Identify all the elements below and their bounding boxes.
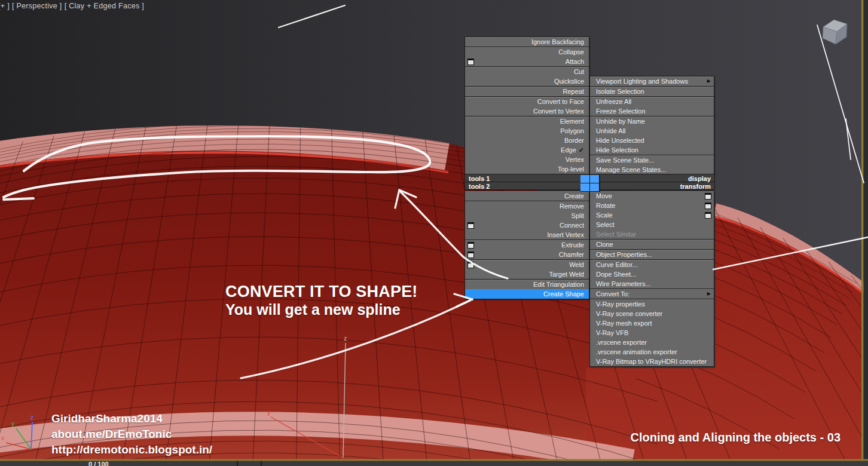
menu-item-label: Convert to Vertex <box>533 108 584 115</box>
settings-box-icon[interactable] <box>467 262 474 268</box>
menu-item-dope-sheet[interactable]: Dope Sheet... <box>590 269 714 279</box>
menu-item-edit-triangulation[interactable]: Edit Triangulation <box>465 280 589 289</box>
menu-item-label: Attach <box>566 58 584 65</box>
viewport-menu-pov[interactable]: [ Perspective ] <box>12 2 62 10</box>
menu-item-isolate-selection[interactable]: Isolate Selection <box>590 87 714 96</box>
menu-item-freeze-selection[interactable]: Freeze Selection <box>590 106 714 116</box>
menu-item-extrude[interactable]: Extrude <box>465 240 589 250</box>
menu-item-target-weld[interactable]: Target Weld <box>465 269 589 279</box>
menu-item-polygon[interactable]: Polygon <box>465 126 589 136</box>
settings-box-icon[interactable] <box>705 203 711 209</box>
menu-item-label: Move <box>596 192 612 200</box>
menu-item-repeat[interactable]: Repeat <box>465 87 589 96</box>
menu-item-label: Select <box>596 221 615 228</box>
settings-box-icon[interactable] <box>467 242 474 249</box>
menu-group: Object Properties... <box>589 249 714 260</box>
menu-item-create-shape[interactable]: Create Shape <box>465 289 589 299</box>
settings-box-icon[interactable] <box>467 59 474 65</box>
quad-column-tools-bottom: CreateRemoveSplitConnectInsert VertexExt… <box>464 191 589 299</box>
menu-item-object-properties[interactable]: Object Properties... <box>590 250 714 259</box>
menu-item-top-level[interactable]: Top-level <box>465 164 589 174</box>
quad-square[interactable] <box>580 175 589 183</box>
menu-item-vrscene-exporter[interactable]: .vrscene exporter <box>590 338 714 347</box>
menu-item-create[interactable]: Create <box>465 191 589 201</box>
quad-square[interactable] <box>580 183 589 191</box>
menu-item-v-ray-scene-converter[interactable]: V-Ray scene converter <box>590 309 714 318</box>
quad-header-transform[interactable]: transform <box>589 182 715 190</box>
menu-item-split[interactable]: Split <box>465 211 589 220</box>
time-slider-label[interactable]: 0 / 100 <box>88 461 109 466</box>
menu-item-element[interactable]: Element <box>465 116 589 126</box>
menu-item-vertex[interactable]: Vertex <box>465 155 589 164</box>
menu-item-select[interactable]: Select <box>590 220 714 229</box>
menu-item-label: Quickslice <box>554 78 584 85</box>
menu-item-hide-selection[interactable]: Hide Selection <box>590 145 714 155</box>
menu-item-label: Isolate Selection <box>596 88 644 95</box>
viewport-menu-general[interactable]: [+ ] <box>0 2 10 10</box>
menu-item-quickslice[interactable]: Quickslice <box>465 76 589 86</box>
menu-group: Viewport Lighting and Shadows▶ <box>589 76 714 87</box>
menu-item-move[interactable]: Move <box>590 191 714 201</box>
quad-square[interactable] <box>590 183 599 191</box>
menu-item-convert-to[interactable]: Convert To:▶ <box>590 289 714 299</box>
viewport-menu-shading[interactable]: [ Clay + Edged Faces ] <box>65 2 144 10</box>
callout-text: CONVERT IT TO SHAPE! You will get a new … <box>225 283 418 318</box>
menu-item-label: Rotate <box>596 202 615 209</box>
menu-item-v-ray-mesh-export[interactable]: V-Ray mesh export <box>590 318 714 328</box>
menu-item-connect[interactable]: Connect <box>465 220 589 230</box>
menu-item-remove[interactable]: Remove <box>465 201 589 211</box>
menu-item-unhide-by-name[interactable]: Unhide by Name <box>590 116 714 126</box>
menu-item-v-ray-bitmap-to-vrayhdri-converter[interactable]: V-Ray Bitmap to VRayHDRI converter <box>590 357 714 366</box>
credit-blog-url: http://dremotonic.blogspot.in/ <box>51 442 212 458</box>
menu-item-rotate[interactable]: Rotate <box>590 201 714 210</box>
menu-item-hide-unselected[interactable]: Hide Unselected <box>590 136 714 145</box>
menu-item-convert-to-face[interactable]: Convert to Face <box>465 97 589 106</box>
settings-box-icon[interactable] <box>467 222 474 229</box>
menu-item-select-similar[interactable]: Select Similar <box>590 229 714 239</box>
viewport-label[interactable]: [+ ][ Perspective ][ Clay + Edged Faces … <box>0 2 146 10</box>
menu-item-label: Element <box>560 118 584 125</box>
menu-item-vrscene-animation-exporter[interactable]: .vrscene animation exporter <box>590 347 714 357</box>
tutorial-title: Cloning and Aligning the objects - 03 <box>631 431 841 444</box>
axis-label-corner-x: x <box>1 435 4 442</box>
menu-item-label: Border <box>564 137 584 144</box>
menu-item-label: V-Ray mesh export <box>596 320 652 327</box>
menu-item-insert-vertex[interactable]: Insert Vertex <box>465 230 589 240</box>
menu-item-chamfer[interactable]: Chamfer <box>465 250 589 259</box>
menu-item-unfreeze-all[interactable]: Unfreeze All <box>590 97 714 106</box>
settings-box-icon[interactable] <box>467 252 474 258</box>
menu-item-border[interactable]: Border <box>465 136 589 145</box>
menu-item-weld[interactable]: Weld <box>465 260 589 269</box>
menu-item-label: Cut <box>574 68 584 75</box>
quad-header-display[interactable]: display <box>589 174 715 182</box>
quad-square[interactable] <box>590 175 599 183</box>
menu-item-v-ray-vfb[interactable]: V-Ray VFB <box>590 328 714 338</box>
menu-group: Save Scene State...Manage Scene States..… <box>589 155 714 175</box>
menu-item-attach[interactable]: Attach <box>465 57 589 66</box>
timeline-bar[interactable]: 0 / 100 <box>0 461 868 466</box>
menu-item-curve-editor[interactable]: Curve Editor... <box>590 260 714 269</box>
callout-line2: You will get a new spline <box>225 301 418 318</box>
menu-item-label: V-Ray scene converter <box>596 310 662 317</box>
menu-item-collapse[interactable]: Collapse <box>465 47 589 57</box>
quad-header-tools1[interactable]: tools 1 <box>464 174 589 182</box>
quad-center-indicator[interactable] <box>580 175 600 192</box>
menu-item-label: Weld <box>569 261 584 268</box>
menu-item-scale[interactable]: Scale <box>590 210 714 220</box>
settings-box-icon[interactable] <box>705 193 711 200</box>
menu-item-cut[interactable]: Cut <box>465 67 589 76</box>
quad-header-tools2[interactable]: tools 2 <box>464 182 589 190</box>
quad-column-tools-top: Ignore BackfacingCollapseAttachCutQuicks… <box>464 37 589 174</box>
menu-item-save-scene-state[interactable]: Save Scene State... <box>590 155 714 165</box>
menu-item-viewport-lighting-and-shadows[interactable]: Viewport Lighting and Shadows▶ <box>590 76 714 86</box>
settings-box-icon[interactable] <box>705 212 711 219</box>
menu-item-wire-parameters[interactable]: Wire Parameters... <box>590 279 714 289</box>
submenu-arrow-icon: ▶ <box>707 76 711 86</box>
menu-item-clone[interactable]: Clone <box>590 240 714 249</box>
menu-item-ignore-backfacing[interactable]: Ignore Backfacing <box>465 37 589 47</box>
menu-item-unhide-all[interactable]: Unhide All <box>590 126 714 136</box>
menu-item-convert-to-vertex[interactable]: Convert to Vertex <box>465 106 589 116</box>
menu-item-v-ray-properties[interactable]: V-Ray properties <box>590 299 714 309</box>
menu-item-manage-scene-states[interactable]: Manage Scene States... <box>590 165 714 174</box>
menu-item-edge[interactable]: Edge✓ <box>465 145 589 155</box>
